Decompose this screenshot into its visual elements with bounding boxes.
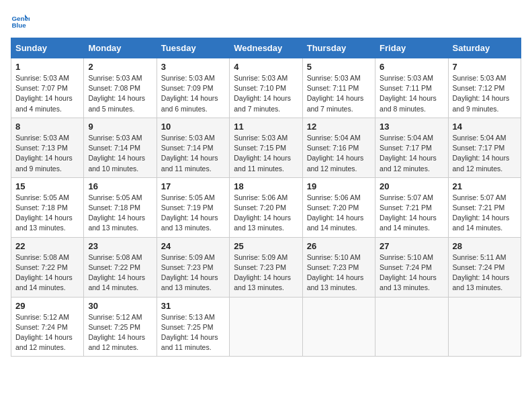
day-detail: Sunrise: 5:03 AMSunset: 7:14 PMDaylight:… bbox=[161, 134, 218, 173]
day-detail: Sunrise: 5:10 AMSunset: 7:23 PMDaylight:… bbox=[307, 253, 364, 292]
day-detail: Sunrise: 5:03 AMSunset: 7:08 PMDaylight:… bbox=[88, 74, 145, 113]
day-cell: 28 Sunrise: 5:11 AMSunset: 7:24 PMDaylig… bbox=[448, 237, 521, 297]
week-row-5: 29 Sunrise: 5:12 AMSunset: 7:24 PMDaylig… bbox=[11, 297, 521, 357]
day-cell: 2 Sunrise: 5:03 AMSunset: 7:08 PMDayligh… bbox=[84, 58, 157, 118]
day-number: 15 bbox=[15, 181, 79, 191]
day-number: 22 bbox=[15, 241, 79, 251]
day-cell: 7 Sunrise: 5:03 AMSunset: 7:12 PMDayligh… bbox=[448, 58, 521, 118]
day-detail: Sunrise: 5:05 AMSunset: 7:19 PMDaylight:… bbox=[161, 193, 218, 232]
day-detail: Sunrise: 5:04 AMSunset: 7:17 PMDaylight:… bbox=[453, 134, 510, 173]
day-cell: 18 Sunrise: 5:06 AMSunset: 7:20 PMDaylig… bbox=[230, 177, 302, 237]
day-number: 28 bbox=[453, 241, 517, 251]
day-number: 2 bbox=[88, 62, 152, 72]
day-number: 10 bbox=[161, 122, 225, 132]
day-detail: Sunrise: 5:03 AMSunset: 7:15 PMDaylight:… bbox=[234, 134, 291, 173]
day-detail: Sunrise: 5:03 AMSunset: 7:09 PMDaylight:… bbox=[161, 74, 218, 113]
header-cell-sunday: Sunday bbox=[11, 38, 84, 58]
day-detail: Sunrise: 5:03 AMSunset: 7:11 PMDaylight:… bbox=[380, 74, 437, 113]
day-number: 13 bbox=[380, 122, 443, 132]
day-number: 31 bbox=[161, 301, 225, 311]
header-cell-monday: Monday bbox=[84, 38, 157, 58]
day-detail: Sunrise: 5:05 AMSunset: 7:18 PMDaylight:… bbox=[15, 193, 73, 232]
day-cell: 13 Sunrise: 5:04 AMSunset: 7:17 PMDaylig… bbox=[375, 118, 448, 177]
day-number: 12 bbox=[307, 122, 371, 132]
day-number: 26 bbox=[307, 241, 371, 251]
day-detail: Sunrise: 5:06 AMSunset: 7:20 PMDaylight:… bbox=[307, 193, 364, 232]
day-detail: Sunrise: 5:09 AMSunset: 7:23 PMDaylight:… bbox=[161, 253, 218, 292]
day-cell: 25 Sunrise: 5:09 AMSunset: 7:23 PMDaylig… bbox=[230, 237, 302, 297]
day-cell: 9 Sunrise: 5:03 AMSunset: 7:14 PMDayligh… bbox=[84, 118, 157, 177]
day-cell: 19 Sunrise: 5:06 AMSunset: 7:20 PMDaylig… bbox=[302, 177, 375, 237]
day-number: 8 bbox=[15, 122, 79, 132]
logo-icon: General Blue bbox=[11, 11, 30, 30]
day-number: 27 bbox=[380, 241, 443, 251]
day-cell: 5 Sunrise: 5:03 AMSunset: 7:11 PMDayligh… bbox=[302, 58, 375, 118]
day-cell: 17 Sunrise: 5:05 AMSunset: 7:19 PMDaylig… bbox=[157, 177, 229, 237]
day-number: 6 bbox=[380, 62, 443, 72]
week-row-3: 15 Sunrise: 5:05 AMSunset: 7:18 PMDaylig… bbox=[11, 177, 521, 237]
day-cell: 6 Sunrise: 5:03 AMSunset: 7:11 PMDayligh… bbox=[375, 58, 448, 118]
day-cell: 21 Sunrise: 5:07 AMSunset: 7:21 PMDaylig… bbox=[448, 177, 521, 237]
day-number: 20 bbox=[380, 181, 443, 191]
day-detail: Sunrise: 5:06 AMSunset: 7:20 PMDaylight:… bbox=[234, 193, 291, 232]
day-cell: 12 Sunrise: 5:04 AMSunset: 7:16 PMDaylig… bbox=[302, 118, 375, 177]
day-detail: Sunrise: 5:12 AMSunset: 7:24 PMDaylight:… bbox=[15, 313, 73, 352]
day-number: 4 bbox=[234, 62, 298, 72]
day-cell: 22 Sunrise: 5:08 AMSunset: 7:22 PMDaylig… bbox=[11, 237, 84, 297]
day-detail: Sunrise: 5:12 AMSunset: 7:25 PMDaylight:… bbox=[88, 313, 145, 352]
header-cell-thursday: Thursday bbox=[302, 38, 375, 58]
svg-text:Blue: Blue bbox=[11, 21, 26, 29]
day-detail: Sunrise: 5:09 AMSunset: 7:23 PMDaylight:… bbox=[234, 253, 291, 292]
day-number: 17 bbox=[161, 181, 225, 191]
day-number: 25 bbox=[234, 241, 298, 251]
header-cell-saturday: Saturday bbox=[448, 38, 521, 58]
day-detail: Sunrise: 5:08 AMSunset: 7:22 PMDaylight:… bbox=[15, 253, 73, 292]
day-number: 11 bbox=[234, 122, 298, 132]
week-row-4: 22 Sunrise: 5:08 AMSunset: 7:22 PMDaylig… bbox=[11, 237, 521, 297]
day-cell: 30 Sunrise: 5:12 AMSunset: 7:25 PMDaylig… bbox=[84, 297, 157, 357]
day-cell: 23 Sunrise: 5:08 AMSunset: 7:22 PMDaylig… bbox=[84, 237, 157, 297]
day-number: 5 bbox=[307, 62, 371, 72]
header-cell-wednesday: Wednesday bbox=[230, 38, 302, 58]
day-cell: 24 Sunrise: 5:09 AMSunset: 7:23 PMDaylig… bbox=[157, 237, 229, 297]
calendar-header: SundayMondayTuesdayWednesdayThursdayFrid… bbox=[11, 38, 521, 58]
day-detail: Sunrise: 5:07 AMSunset: 7:21 PMDaylight:… bbox=[453, 193, 510, 232]
day-number: 21 bbox=[453, 181, 517, 191]
header-cell-tuesday: Tuesday bbox=[157, 38, 229, 58]
day-detail: Sunrise: 5:03 AMSunset: 7:10 PMDaylight:… bbox=[234, 74, 291, 113]
day-detail: Sunrise: 5:03 AMSunset: 7:11 PMDaylight:… bbox=[307, 74, 364, 113]
day-cell: 10 Sunrise: 5:03 AMSunset: 7:14 PMDaylig… bbox=[157, 118, 229, 177]
day-cell: 27 Sunrise: 5:10 AMSunset: 7:24 PMDaylig… bbox=[375, 237, 448, 297]
day-number: 7 bbox=[453, 62, 517, 72]
day-cell bbox=[448, 297, 521, 357]
day-detail: Sunrise: 5:03 AMSunset: 7:07 PMDaylight:… bbox=[15, 74, 73, 113]
day-number: 16 bbox=[88, 181, 152, 191]
day-cell: 11 Sunrise: 5:03 AMSunset: 7:15 PMDaylig… bbox=[230, 118, 302, 177]
logo: General Blue bbox=[11, 11, 32, 30]
calendar-body: 1 Sunrise: 5:03 AMSunset: 7:07 PMDayligh… bbox=[11, 58, 521, 357]
week-row-1: 1 Sunrise: 5:03 AMSunset: 7:07 PMDayligh… bbox=[11, 58, 521, 118]
day-number: 30 bbox=[88, 301, 152, 311]
day-detail: Sunrise: 5:13 AMSunset: 7:25 PMDaylight:… bbox=[161, 313, 218, 352]
day-detail: Sunrise: 5:07 AMSunset: 7:21 PMDaylight:… bbox=[380, 193, 437, 232]
day-detail: Sunrise: 5:03 AMSunset: 7:13 PMDaylight:… bbox=[15, 134, 73, 173]
day-number: 1 bbox=[15, 62, 79, 72]
day-detail: Sunrise: 5:04 AMSunset: 7:17 PMDaylight:… bbox=[380, 134, 437, 173]
calendar-table: SundayMondayTuesdayWednesdayThursdayFrid… bbox=[11, 38, 521, 357]
day-cell: 20 Sunrise: 5:07 AMSunset: 7:21 PMDaylig… bbox=[375, 177, 448, 237]
day-cell: 8 Sunrise: 5:03 AMSunset: 7:13 PMDayligh… bbox=[11, 118, 84, 177]
day-cell bbox=[375, 297, 448, 357]
day-detail: Sunrise: 5:04 AMSunset: 7:16 PMDaylight:… bbox=[307, 134, 364, 173]
header-cell-friday: Friday bbox=[375, 38, 448, 58]
header: General Blue bbox=[11, 11, 521, 30]
week-row-2: 8 Sunrise: 5:03 AMSunset: 7:13 PMDayligh… bbox=[11, 118, 521, 177]
day-number: 14 bbox=[453, 122, 517, 132]
day-cell: 1 Sunrise: 5:03 AMSunset: 7:07 PMDayligh… bbox=[11, 58, 84, 118]
day-number: 3 bbox=[161, 62, 225, 72]
day-cell: 15 Sunrise: 5:05 AMSunset: 7:18 PMDaylig… bbox=[11, 177, 84, 237]
header-row: SundayMondayTuesdayWednesdayThursdayFrid… bbox=[11, 38, 521, 58]
day-cell: 26 Sunrise: 5:10 AMSunset: 7:23 PMDaylig… bbox=[302, 237, 375, 297]
day-cell: 16 Sunrise: 5:05 AMSunset: 7:18 PMDaylig… bbox=[84, 177, 157, 237]
day-cell: 31 Sunrise: 5:13 AMSunset: 7:25 PMDaylig… bbox=[157, 297, 229, 357]
day-detail: Sunrise: 5:03 AMSunset: 7:12 PMDaylight:… bbox=[453, 74, 510, 113]
